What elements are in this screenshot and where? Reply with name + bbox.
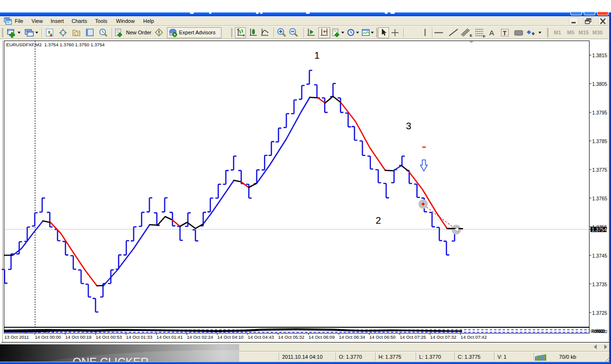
svg-text:14 Oct 06:09: 14 Oct 06:09 — [308, 334, 335, 340]
svg-text:1.3754: 1.3754 — [592, 227, 607, 232]
svg-text:1.3775: 1.3775 — [592, 167, 608, 173]
svg-text:14 Oct 04:10: 14 Oct 04:10 — [217, 334, 243, 340]
svg-text:F: F — [483, 34, 485, 39]
svg-text:T: T — [503, 30, 507, 37]
svg-text:1.3785: 1.3785 — [592, 139, 608, 144]
svg-text:14 Oct 00:19: 14 Oct 00:19 — [65, 334, 92, 340]
svg-text:EURUSDFXF,M2 1.3754 1.3760 1.: EURUSDFXF,M2 1.3754 1.3760 1.3750 1.3754 — [6, 42, 105, 47]
svg-text:0.0012: 0.0012 — [594, 329, 608, 334]
svg-text:14 Oct 05:32: 14 Oct 05:32 — [278, 334, 305, 340]
svg-text:1.3745: 1.3745 — [592, 253, 608, 259]
svg-text:14 Oct 06:34: 14 Oct 06:34 — [339, 334, 366, 340]
svg-text:E: E — [470, 33, 473, 38]
svg-text:14 Oct 00:53: 14 Oct 00:53 — [95, 334, 122, 340]
svg-text:14 Oct 06:50: 14 Oct 06:50 — [369, 334, 396, 340]
svg-text:14 Oct 00:00: 14 Oct 00:00 — [35, 334, 61, 340]
svg-text:A: A — [489, 29, 494, 37]
svg-text:1.3805: 1.3805 — [592, 82, 608, 87]
svg-text:3: 3 — [406, 121, 411, 131]
svg-text:14 Oct 07:25: 14 Oct 07:25 — [400, 334, 426, 340]
svg-text:1: 1 — [314, 50, 319, 61]
svg-text:14 Oct 01:41: 14 Oct 01:41 — [157, 334, 183, 340]
svg-text:1.3815: 1.3815 — [592, 53, 608, 58]
svg-text:1.3735: 1.3735 — [592, 282, 608, 287]
svg-text:14 Oct 04:43: 14 Oct 04:43 — [248, 334, 274, 340]
svg-text:1.3795: 1.3795 — [592, 110, 608, 115]
svg-text:14 Oct 01:33: 14 Oct 01:33 — [126, 334, 152, 340]
svg-text:14 Oct 07:42: 14 Oct 07:42 — [461, 334, 487, 340]
svg-text:2: 2 — [376, 215, 381, 226]
svg-text:13 Oct 2011: 13 Oct 2011 — [4, 334, 29, 340]
svg-text:14 Oct 02:24: 14 Oct 02:24 — [187, 334, 214, 340]
svg-text:14 Oct 07:32: 14 Oct 07:32 — [430, 334, 456, 340]
svg-text:1.3725: 1.3725 — [592, 311, 608, 316]
svg-text:1.3765: 1.3765 — [592, 196, 608, 201]
